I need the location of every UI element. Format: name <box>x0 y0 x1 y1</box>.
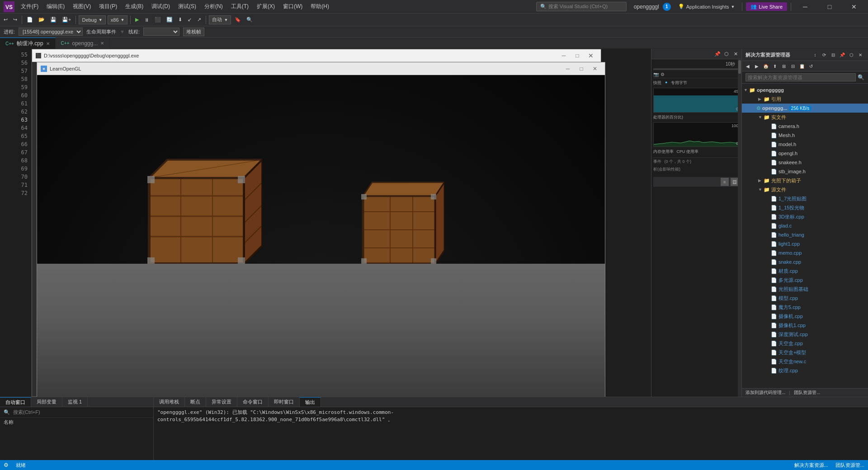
exe-close[interactable]: ✕ <box>585 51 597 61</box>
tree-item-13[interactable]: 📄 3D坐标.cpp <box>742 212 868 221</box>
tree-item-7[interactable]: 📄 snakeee.h <box>742 158 868 167</box>
tree-item-4[interactable]: 📄 Mesh.h <box>742 131 868 140</box>
tree-item-3[interactable]: 📄 camera.h <box>742 122 868 131</box>
tab-locals[interactable]: 局部变量 <box>31 397 62 407</box>
diag-scrollbar[interactable] <box>738 59 741 397</box>
se-back-btn[interactable]: ◀ <box>744 62 752 70</box>
inner-maximize[interactable]: □ <box>575 64 588 74</box>
menu-item-v[interactable]: 视图(V) <box>69 2 94 11</box>
output-tab-异常设置[interactable]: 异常设置 <box>206 397 237 407</box>
inner-close[interactable]: ✕ <box>589 64 601 74</box>
tree-item-0[interactable]: ▶ 📁 引用 <box>742 95 868 104</box>
se-home-btn[interactable]: 🏠 <box>762 62 770 70</box>
stack-label[interactable]: 堆栈帧 <box>183 28 204 36</box>
open-btn[interactable]: 📂 <box>37 16 47 24</box>
new-file-btn[interactable]: 📄 <box>25 16 35 24</box>
tree-item-20[interactable]: 📄 多光源.cpp <box>742 275 868 285</box>
diag-float-btn[interactable]: ⬡ <box>722 50 731 58</box>
se-filter-btn[interactable]: ⊟ <box>829 51 837 59</box>
tree-item-1[interactable]: ⚙ openggg... 256 KB/s <box>742 104 868 113</box>
tab-watch[interactable]: 监视 1 <box>62 397 88 407</box>
global-search[interactable]: 🔍 搜索 Visual Studio (Ctrl+Q) <box>536 2 627 11</box>
continue-btn[interactable]: ▶ <box>133 16 141 24</box>
notification-badge[interactable]: 1 <box>663 3 671 11</box>
diag-pin-btn[interactable]: 📌 <box>713 50 722 58</box>
tree-item-10[interactable]: ▼ 📁 源文件 <box>742 185 868 194</box>
tree-item-6[interactable]: 📄 opengl.h <box>742 149 868 158</box>
close-button[interactable]: ✕ <box>844 0 864 14</box>
se-refresh-btn[interactable]: ⟳ <box>820 51 828 59</box>
output-tab-输出[interactable]: 输出 <box>300 397 321 407</box>
menu-item-n[interactable]: 分析(N) <box>201 2 226 11</box>
diag-list-btn[interactable]: ≡ <box>721 178 729 186</box>
bookmark-btn[interactable]: 🔖 <box>233 16 243 24</box>
exe-minimize[interactable]: ─ <box>557 51 570 61</box>
close-tab-icon[interactable]: ✕ <box>46 41 50 46</box>
tree-item-28[interactable]: 📄 天空盒+模型 <box>742 348 868 357</box>
config-dropdown[interactable]: Debug ▼ <box>79 15 105 24</box>
tree-item-19[interactable]: 📄 材质.cpp <box>742 266 868 275</box>
step-over[interactable]: ⬇ <box>176 16 184 24</box>
exe-maximize[interactable]: □ <box>571 51 584 61</box>
tree-item-9[interactable]: ▶ 📁 光照下的箱子 <box>742 176 868 185</box>
menu-item-t[interactable]: 工具(T) <box>227 2 252 11</box>
tab-opengl[interactable]: C++ openggg... ✕ <box>56 38 110 49</box>
tree-item-2[interactable]: ▼ 📁 实文件 <box>742 113 868 122</box>
maximize-button[interactable]: □ <box>819 0 840 14</box>
diag-scrollbar-thumb[interactable] <box>738 60 741 74</box>
tree-item-11[interactable]: 📄 1_7光照贴图 <box>742 194 868 203</box>
se-collapse-btn[interactable]: ⊟ <box>789 62 797 70</box>
output-tab-即时窗口[interactable]: 即时窗口 <box>269 397 300 407</box>
tree-item-29[interactable]: 📄 天空盒new.c <box>742 357 868 366</box>
redo-btn[interactable]: ↪ <box>11 16 19 24</box>
se-float-btn[interactable]: ⬡ <box>847 51 855 59</box>
tree-item-21[interactable]: 📄 光照贴图基础 <box>742 285 868 294</box>
se-props-btn[interactable]: 📋 <box>798 62 806 70</box>
tree-item-18[interactable]: 📄 snake.cpp <box>742 257 868 266</box>
menu-item-w[interactable]: 窗口(W) <box>279 2 306 11</box>
tree-item-22[interactable]: 📄 模型.cpp <box>742 294 868 303</box>
tab-framebuffer[interactable]: C++ 帧缓冲.cpp ✕ <box>0 38 56 49</box>
se-search-input[interactable] <box>745 73 856 81</box>
save-btn[interactable]: 💾 <box>48 16 58 24</box>
tree-item-12[interactable]: 📄 1_15投光物 <box>742 203 868 212</box>
menu-item-b[interactable]: 生成(B) <box>122 2 147 11</box>
thread-select[interactable] <box>143 28 179 36</box>
menu-item-e[interactable]: 编辑(E) <box>43 2 68 11</box>
save-all-btn[interactable]: 💾+ <box>60 16 73 24</box>
live-share-button[interactable]: 👥 Live Share <box>746 2 787 11</box>
se-sync-btn[interactable]: ↕ <box>811 51 819 59</box>
tree-item-23[interactable]: 📄 魔方5.cpp <box>742 303 868 312</box>
team-explorer-status[interactable]: 团队资源管... <box>835 462 864 469</box>
menu-item-f[interactable]: 文件(F) <box>17 2 42 11</box>
se-pin-btn[interactable]: 📌 <box>838 51 846 59</box>
se-up-btn[interactable]: ⬆ <box>771 62 779 70</box>
se-close-btn[interactable]: ✕ <box>856 51 864 59</box>
app-insights-button[interactable]: 💡 Application Insights ▼ <box>675 2 739 11</box>
tree-item-27[interactable]: 📄 天空盒.cpp <box>742 339 868 348</box>
tab-auto[interactable]: 自动窗口 <box>0 397 31 407</box>
tree-item-25[interactable]: 📄 摄像机1.cpp <box>742 321 868 330</box>
tree-item-5[interactable]: 📄 model.h <box>742 140 868 149</box>
solution-explorer-status[interactable]: 解决方案资源... <box>794 462 828 469</box>
tree-item-15[interactable]: 📄 hello_triang <box>742 230 868 239</box>
menu-item-d[interactable]: 调试(D) <box>148 2 174 11</box>
menu-item-x[interactable]: 扩展(X) <box>253 2 278 11</box>
tree-item-30[interactable]: 📄 纹理.cpp <box>742 366 868 375</box>
tree-project[interactable]: ▼ 📁 openggggg <box>742 85 868 95</box>
pause-btn[interactable]: ⏸ <box>142 16 151 24</box>
tree-item-17[interactable]: 📄 memo.cpp <box>742 248 868 257</box>
menu-item-p[interactable]: 项目(P) <box>95 2 121 11</box>
menu-item-s[interactable]: 测试(S) <box>175 2 200 11</box>
tree-item-16[interactable]: 📄 light1.cpp <box>742 239 868 248</box>
menu-item-h[interactable]: 帮助(H) <box>307 2 333 11</box>
se-expand-btn[interactable]: ⊞ <box>780 62 788 70</box>
undo-btn[interactable]: ↩ <box>2 16 9 24</box>
attach-dropdown[interactable]: 自动 ▼ <box>209 15 231 24</box>
platform-dropdown[interactable]: x86 ▼ <box>108 15 128 24</box>
close-tab2-icon[interactable]: ✕ <box>100 41 104 46</box>
step-into[interactable]: ↙ <box>186 16 193 24</box>
se-add-to-source[interactable]: 添加到源代码管理... <box>745 389 785 396</box>
tree-item-24[interactable]: 📄 摄像机.cpp <box>742 312 868 321</box>
process-select[interactable]: [15548] openggggl.exe <box>19 28 83 36</box>
